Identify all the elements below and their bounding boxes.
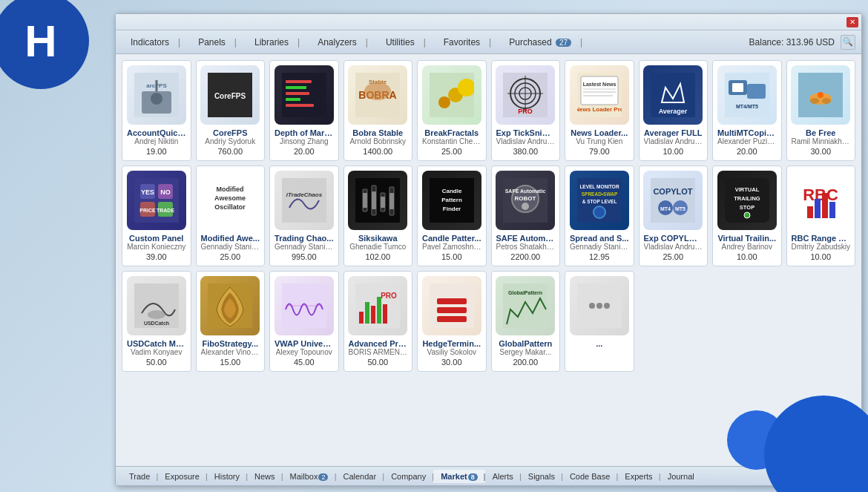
product-card-26[interactable]: GlobalPatternGlobalPatternSergey Makar..… bbox=[491, 271, 561, 372]
product-card-12[interactable]: ModifiedAwesomeOscillatorModified Awe...… bbox=[196, 165, 266, 266]
product-name-16: SAFE Automat... bbox=[496, 234, 556, 243]
product-card-14[interactable]: SiksikawaGhenadie Tumco102.00 bbox=[343, 165, 413, 266]
svg-rect-85 bbox=[651, 178, 695, 223]
product-card-23[interactable]: VWAP UniversalAlexey Topounov45.00 bbox=[269, 271, 339, 372]
product-name-5: BreakFractals bbox=[422, 128, 481, 137]
svg-rect-109 bbox=[365, 302, 369, 324]
bottom-tab-news[interactable]: News bbox=[247, 470, 283, 483]
product-author-24: BORIS ARMENTEROS bbox=[349, 348, 408, 356]
product-name-13: Trading Chao... bbox=[274, 234, 334, 243]
titlebar: ✕ bbox=[116, 14, 861, 30]
product-author-2: Andriy Sydoruk bbox=[201, 137, 260, 145]
search-button[interactable]: 🔍 bbox=[841, 35, 855, 50]
product-author-10: Ramil Minniakhmetov bbox=[792, 137, 851, 145]
product-price-11: 39.00 bbox=[146, 252, 167, 261]
market-badge: 8 bbox=[468, 473, 478, 481]
product-name-23: VWAP Universal bbox=[274, 339, 334, 348]
tab-panels[interactable]: Panels bbox=[189, 34, 246, 50]
product-name-24: Advanced Pric... bbox=[349, 339, 408, 348]
svg-text:STOP: STOP bbox=[740, 204, 754, 211]
bottom-tab-exposure[interactable]: Exposure bbox=[157, 470, 206, 483]
svg-rect-10 bbox=[286, 92, 309, 95]
product-card-6[interactable]: PROExp TickSnipe...Vladislav Andrusche..… bbox=[491, 60, 561, 161]
tab-favorites[interactable]: Favorites bbox=[435, 34, 500, 50]
bottom-tab-alerts[interactable]: Alerts bbox=[485, 470, 521, 483]
product-thumb-17: LEVEL MONITORSPREAD•SWAP& STOP LEVEL bbox=[570, 171, 629, 230]
products-content[interactable]: arcFPSAccountQuick...Andrej Nikitin19.00… bbox=[116, 54, 861, 466]
tab-analyzers[interactable]: Analyzers bbox=[309, 34, 377, 50]
product-author-21: Vadim Konyaev bbox=[127, 348, 186, 356]
product-card-20[interactable]: RBCRBC Range Ba...Dmitriy Zabudskiy10.00 bbox=[786, 165, 856, 266]
product-thumb-11: YESNOPRICETRADE bbox=[127, 171, 186, 230]
purchased-badge: 27 bbox=[556, 39, 571, 47]
bottom-tab-experts[interactable]: Experts bbox=[617, 470, 660, 483]
product-card-24[interactable]: PROAdvanced Pric...BORIS ARMENTEROS50.00 bbox=[343, 271, 413, 372]
svg-text:MT5: MT5 bbox=[675, 206, 685, 211]
svg-text:TRADE: TRADE bbox=[157, 208, 174, 213]
bottom-tab-trade[interactable]: Trade bbox=[122, 470, 157, 483]
close-button[interactable]: ✕ bbox=[846, 17, 858, 27]
product-card-22[interactable]: FiboStrategy...Alexander Vinogrador15.00 bbox=[196, 271, 266, 372]
tab-utilities[interactable]: Utilities bbox=[377, 34, 435, 50]
product-card-5[interactable]: BreakFractalsKonstantin Chernov25.00 bbox=[417, 60, 487, 161]
bottom-tab-signals[interactable]: Signals bbox=[521, 470, 562, 483]
bottom-tab-codebase[interactable]: Code Base bbox=[562, 470, 617, 483]
product-card-27[interactable]: ... bbox=[565, 271, 634, 372]
product-author-16: Petros Shatakhtsyan bbox=[496, 243, 556, 251]
product-author-1: Andrej Nikitin bbox=[127, 137, 186, 145]
product-card-18[interactable]: COPYLOTMT4MT5Exp COPYLOT...Vladislav And… bbox=[639, 165, 708, 266]
product-card-10[interactable]: Be FreeRamil Minniakhmetov30.00 bbox=[786, 60, 856, 161]
product-thumb-10 bbox=[791, 65, 850, 125]
svg-rect-9 bbox=[286, 86, 306, 89]
product-thumb-5 bbox=[422, 65, 481, 125]
product-name-6: Exp TickSnipe... bbox=[496, 128, 556, 137]
product-card-8[interactable]: AveragerAverager FULLVladislav Andrusche… bbox=[639, 60, 708, 161]
bottom-tab-market[interactable]: Market8 bbox=[433, 470, 484, 483]
product-card-19[interactable]: VIRTUALTRAILINGSTOPVirtual Trailin...And… bbox=[712, 165, 782, 266]
bottom-tab-history[interactable]: History bbox=[207, 470, 247, 483]
svg-point-16 bbox=[364, 82, 391, 100]
svg-point-45 bbox=[822, 98, 831, 104]
product-card-11[interactable]: YESNOPRICETRADECustom PanelMarcin Koniec… bbox=[122, 165, 191, 266]
svg-text:PRO: PRO bbox=[518, 108, 533, 115]
product-author-11: Marcin Konieczny bbox=[127, 243, 186, 251]
product-card-7[interactable]: Lastest NewsNews Loader ProNews Loader..… bbox=[565, 60, 634, 161]
product-card-1[interactable]: arcFPSAccountQuick...Andrej Nikitin19.00 bbox=[122, 60, 191, 161]
tab-indicators[interactable]: Indicators bbox=[122, 34, 189, 50]
product-name-22: FiboStrategy... bbox=[201, 339, 260, 348]
product-price-7: 79.00 bbox=[589, 147, 610, 156]
tab-purchased[interactable]: Purchased 27 bbox=[500, 34, 591, 50]
product-card-3[interactable]: Depth of MarketJinsong Zhang20.00 bbox=[269, 60, 339, 161]
product-card-17[interactable]: LEVEL MONITORSPREAD•SWAP& STOP LEVELSpre… bbox=[565, 165, 634, 266]
svg-rect-68 bbox=[381, 197, 385, 208]
product-card-25[interactable]: HedgeTermin...Vasiliy Sokolov30.00 bbox=[417, 271, 487, 372]
product-card-16[interactable]: SAFE AutomaticROBOTSAFE Automat...Petros… bbox=[491, 165, 561, 266]
product-card-15[interactable]: CandlePatternFinderCandle Patter...Pavel… bbox=[417, 165, 487, 266]
svg-text:Finder: Finder bbox=[443, 206, 461, 212]
bottom-tab-journal[interactable]: Journal bbox=[660, 470, 702, 483]
product-name-15: Candle Patter... bbox=[422, 234, 481, 243]
product-price-3: 20.00 bbox=[294, 147, 315, 156]
nav-tabs: Indicators Panels Libraries Analyzers Ut… bbox=[116, 30, 861, 54]
product-card-21[interactable]: USDCatchUSDCatch MTSVadim Konyaev50.00 bbox=[122, 271, 191, 372]
product-thumb-8: Averager bbox=[643, 65, 703, 125]
svg-rect-32 bbox=[583, 91, 616, 93]
product-card-2[interactable]: CoreFPSCoreFPSAndriy Sydoruk760.00 bbox=[196, 60, 266, 161]
svg-text:PRICE: PRICE bbox=[139, 208, 156, 213]
product-name-9: MultiMTCopie... bbox=[717, 128, 777, 137]
bottom-tab-calendar[interactable]: Calendar bbox=[335, 470, 384, 483]
bottom-tab-company[interactable]: Company bbox=[384, 470, 433, 483]
svg-rect-98 bbox=[807, 206, 813, 218]
svg-rect-12 bbox=[286, 104, 314, 107]
product-card-4[interactable]: StableBOBRABobra StableArnold Bobrinsky1… bbox=[343, 60, 413, 161]
svg-rect-33 bbox=[583, 95, 613, 96]
product-card-13[interactable]: iTradeChaosTrading Chao...Gennadiy Stani… bbox=[269, 165, 339, 266]
product-card-9[interactable]: MT4/MT5MultiMTCopie...Alexander Puzikov2… bbox=[712, 60, 782, 161]
product-name-4: Bobra Stable bbox=[349, 128, 408, 137]
svg-point-46 bbox=[818, 92, 823, 98]
svg-text:Oscillator: Oscillator bbox=[214, 203, 246, 211]
tab-libraries[interactable]: Libraries bbox=[246, 34, 309, 50]
product-name-3: Depth of Market bbox=[274, 128, 334, 137]
product-author-15: Pavel Zamoshnikov bbox=[422, 243, 481, 251]
bottom-tab-mailbox[interactable]: Mailbox2 bbox=[283, 470, 336, 483]
